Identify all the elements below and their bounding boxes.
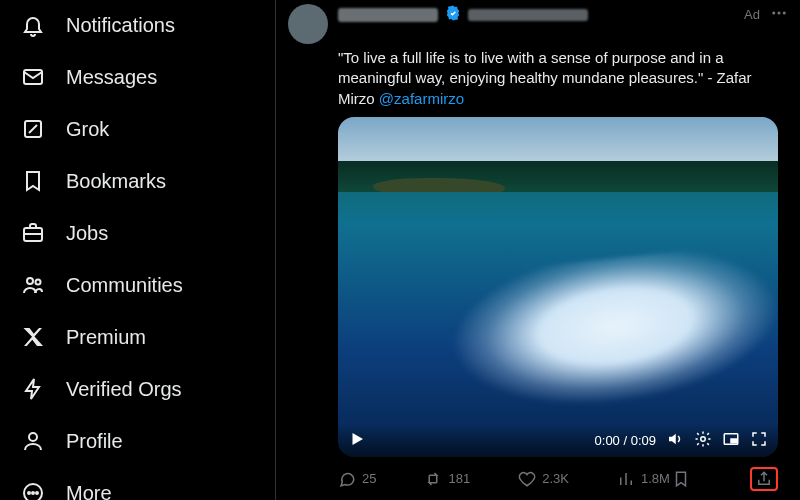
avatar[interactable] [288, 4, 328, 44]
author-name[interactable] [338, 8, 438, 22]
sidebar-item-profile[interactable]: Profile [8, 416, 267, 466]
communities-icon [20, 272, 46, 298]
ad-label: Ad [744, 7, 760, 22]
reply-count: 25 [362, 471, 376, 486]
svg-point-5 [29, 433, 37, 441]
person-icon [20, 428, 46, 454]
svg-point-4 [36, 280, 41, 285]
sidebar-item-messages[interactable]: Messages [8, 52, 267, 102]
x-logo-icon [20, 324, 46, 350]
sidebar-item-more[interactable]: More [8, 468, 267, 500]
lightning-icon [20, 376, 46, 402]
tweet-more-icon[interactable] [770, 4, 788, 25]
envelope-icon [20, 64, 46, 90]
briefcase-icon [20, 220, 46, 246]
svg-point-11 [778, 12, 781, 15]
pip-icon[interactable] [722, 430, 740, 451]
video-thumbnail [338, 117, 778, 457]
timeline: Ad "To live a full life is to live with … [275, 0, 800, 500]
sidebar-item-grok[interactable]: Grok [8, 104, 267, 154]
sidebar-item-communities[interactable]: Communities [8, 260, 267, 310]
sidebar-item-label: Notifications [66, 14, 175, 37]
svg-point-7 [28, 492, 30, 494]
svg-point-12 [783, 12, 786, 15]
sidebar-item-label: Jobs [66, 222, 108, 245]
grok-icon [20, 116, 46, 142]
sidebar-item-notifications[interactable]: Notifications [8, 0, 267, 50]
volume-icon[interactable] [666, 430, 684, 451]
sidebar: Notifications Messages Grok Bookmarks Jo… [0, 0, 275, 500]
view-count: 1.8M [641, 471, 670, 486]
video-time: 0:00 / 0:09 [595, 433, 656, 448]
bookmark-icon [20, 168, 46, 194]
tweet-actions: 25 181 2.3K 1.8M [338, 467, 778, 491]
mention-link[interactable]: @zafarmirzo [379, 90, 464, 107]
sidebar-item-premium[interactable]: Premium [8, 312, 267, 362]
like-button[interactable]: 2.3K [518, 470, 569, 488]
fullscreen-icon[interactable] [750, 430, 768, 451]
sidebar-item-label: Messages [66, 66, 157, 89]
bookmark-button[interactable] [672, 467, 690, 491]
retweet-button[interactable]: 181 [424, 470, 470, 488]
svg-point-3 [27, 278, 33, 284]
settings-gear-icon[interactable] [694, 430, 712, 451]
sidebar-item-label: More [66, 482, 112, 501]
tweet-text: "To live a full life is to live with a s… [338, 48, 788, 109]
svg-point-9 [36, 492, 38, 494]
svg-point-13 [701, 437, 706, 442]
video-controls: 0:00 / 0:09 [338, 424, 778, 457]
play-icon[interactable] [348, 430, 366, 451]
sidebar-item-verified-orgs[interactable]: Verified Orgs [8, 364, 267, 414]
views-button[interactable]: 1.8M [617, 470, 670, 488]
sidebar-item-bookmarks[interactable]: Bookmarks [8, 156, 267, 206]
bell-icon [20, 12, 46, 38]
reply-button[interactable]: 25 [338, 470, 376, 488]
sidebar-item-label: Profile [66, 430, 123, 453]
author-handle[interactable] [468, 9, 588, 21]
share-button[interactable] [750, 467, 778, 491]
sidebar-item-label: Communities [66, 274, 183, 297]
svg-point-10 [772, 12, 775, 15]
sidebar-item-label: Bookmarks [66, 170, 166, 193]
sidebar-item-label: Verified Orgs [66, 378, 182, 401]
sidebar-item-label: Premium [66, 326, 146, 349]
svg-rect-15 [731, 439, 736, 443]
sidebar-item-jobs[interactable]: Jobs [8, 208, 267, 258]
like-count: 2.3K [542, 471, 569, 486]
svg-point-8 [32, 492, 34, 494]
promoted-tweet: Ad "To live a full life is to live with … [288, 4, 788, 491]
more-circle-icon [20, 480, 46, 500]
retweet-count: 181 [448, 471, 470, 486]
tweet-video[interactable]: 0:00 / 0:09 [338, 117, 778, 457]
verified-badge-icon [444, 4, 462, 25]
sidebar-item-label: Grok [66, 118, 109, 141]
